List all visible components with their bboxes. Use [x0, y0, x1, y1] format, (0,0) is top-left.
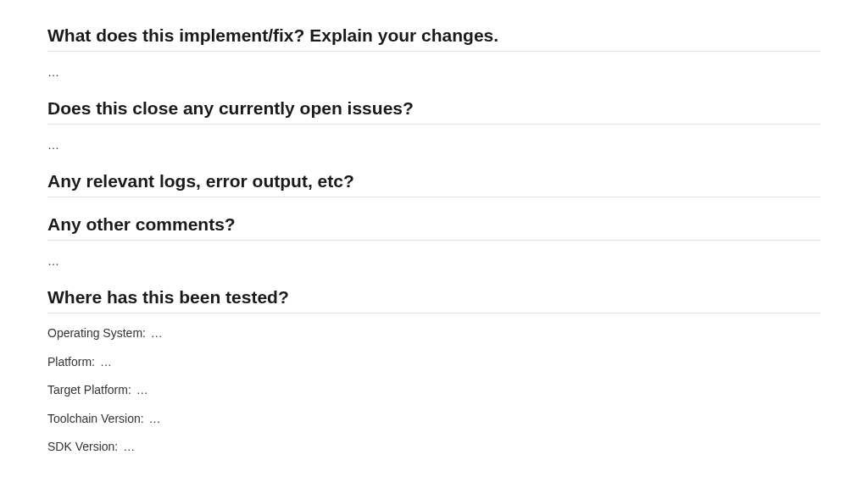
field-value-sdk: … [123, 440, 135, 453]
heading-tested: Where has this been tested? [47, 287, 821, 313]
field-label-platform: Platform: [47, 355, 95, 369]
field-value-platform: … [100, 355, 112, 369]
field-toolchain: Toolchain Version: … [47, 411, 821, 428]
field-value-os: … [151, 326, 163, 340]
field-label-target-platform: Target Platform: [47, 383, 131, 396]
field-operating-system: Operating System: … [47, 325, 821, 342]
heading-implement-fix: What does this implement/fix? Explain yo… [47, 25, 821, 52]
heading-logs: Any relevant logs, error output, etc? [47, 171, 821, 197]
body-closes-issues: … [47, 136, 821, 154]
heading-closes-issues: Does this close any currently open issue… [47, 98, 821, 125]
heading-comments: Any other comments? [47, 214, 821, 241]
body-implement-fix: … [47, 64, 821, 81]
field-value-target-platform: … [136, 383, 148, 396]
body-comments: … [47, 252, 821, 270]
field-sdk: SDK Version: … [47, 439, 821, 456]
field-platform: Platform: … [47, 354, 821, 371]
field-label-toolchain: Toolchain Version: [47, 412, 144, 425]
field-label-sdk: SDK Version: [47, 440, 118, 453]
field-label-os: Operating System: [47, 326, 146, 340]
field-value-toolchain: … [149, 412, 161, 425]
field-target-platform: Target Platform: … [47, 382, 821, 399]
